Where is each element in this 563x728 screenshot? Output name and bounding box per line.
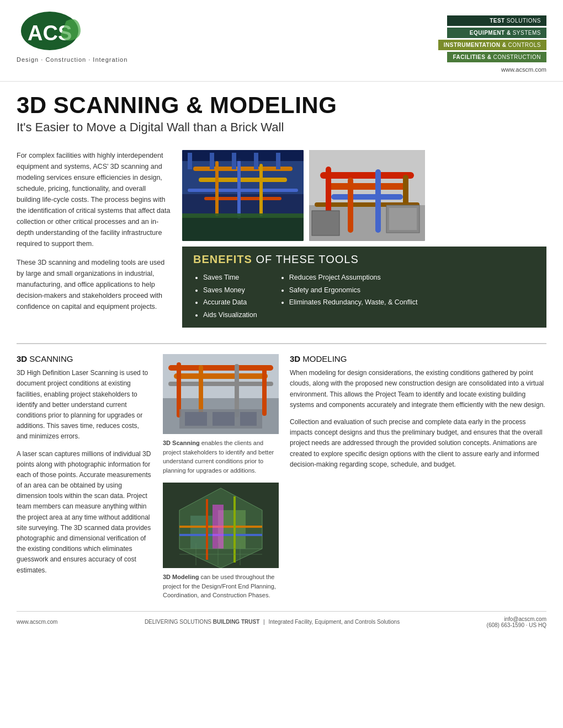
benefits-suffix: OF THESE TOOLS [256,253,358,265]
section-divider [17,343,546,344]
images-row [182,150,546,241]
intro-column: For complex facilities with highly inter… [17,150,171,328]
svg-rect-37 [174,373,268,379]
benefit-3: Accurate Data [203,296,257,309]
svg-rect-15 [210,153,214,169]
svg-rect-24 [331,194,403,200]
modeling-heading-bold: 3D [290,354,300,363]
footer-phone: (608) 663-1590 · US HQ [487,622,546,628]
nav-facilities[interactable]: FACILITIES & CONSTRUCTION [447,52,546,62]
nav-instrumentation[interactable]: INSTRUMENTATION & CONTROLS [438,40,546,50]
svg-rect-28 [375,169,381,233]
benefit-4: Aids Visualization [203,309,257,322]
svg-rect-42 [262,366,267,416]
svg-rect-10 [259,164,263,216]
logo-tagline: Design · Construction · Integration [17,56,128,63]
svg-rect-22 [320,172,414,179]
nav-area: TEST SOLUTIONS EQUIPMENT & SYSTEMS INSTR… [438,15,546,73]
model-caption-bold: 3D Modeling [163,574,199,580]
modeling-column: 3D MODELING When modeling for design con… [290,354,546,600]
header-website: www.acscm.com [501,66,546,73]
footer-email: info@acscm.com [487,616,546,622]
footer-delivering: DELIVERING SOLUTIONS [145,619,213,625]
page-header: ACS Design · Construction · Integration … [0,0,563,78]
page-title: 3D SCANNING & MODELING [17,93,546,118]
scanning-column: 3D SCANNING 3D High Definition Laser Sca… [17,354,152,600]
scanning-heading-light: SCANNING [27,354,73,363]
nav-test-light: SOLUTIONS [507,18,541,24]
benefit-7: Eliminates Redundancy, Waste, & Conflict [289,296,418,309]
nav-test-solutions[interactable]: TEST SOLUTIONS [447,15,546,26]
scanning-paragraph-1: 3D High Definition Laser Scanning is use… [17,368,152,442]
scanning-paragraph-2: A laser scan captures millions of indivi… [17,449,152,576]
right-column: BENEFITS OF THESE TOOLS Saves Time Saves… [182,150,546,328]
3d-model-image [182,150,304,241]
nav-test-bold: TEST [490,18,505,24]
footer-website: www.acscm.com [17,619,57,625]
footer-center: DELIVERING SOLUTIONS BUILDING TRUST | In… [145,619,400,625]
svg-rect-12 [182,213,304,218]
svg-rect-16 [232,153,236,169]
middle-images-column: 3D Scanning enables the clients and proj… [163,354,279,600]
benefit-1: Saves Time [203,271,257,284]
svg-rect-56 [213,505,224,549]
scan-caption-bold: 3D Scanning [163,440,200,446]
svg-rect-14 [188,153,192,169]
svg-rect-32 [312,211,339,235]
svg-rect-50 [190,516,213,549]
scan-caption: 3D Scanning enables the clients and proj… [163,438,279,475]
benefit-6: Safety and Ergonomics [289,284,418,297]
benefit-2: Saves Money [203,284,257,297]
modeling-heading: 3D MODELING [290,354,546,363]
acs-logo: ACS [17,10,105,54]
model-image [163,483,279,568]
footer-pipe: | [263,619,265,625]
nav-equipment-bold: EQUIPMENT & [470,30,511,36]
svg-rect-8 [215,161,219,216]
footer-integrated: Integrated Facility, Equipment, and Cont… [268,619,400,625]
benefits-title: BENEFITS OF THESE TOOLS [193,253,535,266]
nav-inst-bold: INSTRUMENTATION & [444,42,507,48]
svg-rect-5 [199,178,287,182]
svg-rect-11 [182,216,304,241]
scanning-heading-bold: 3D [17,354,27,363]
footer-contact: info@acscm.com (608) 663-1590 · US HQ [487,616,546,628]
svg-rect-45 [213,412,235,426]
benefits-list-1: Saves Time Saves Money Accurate Data Aid… [193,271,257,321]
facility-image [309,150,425,241]
nav-equipment-systems[interactable]: EQUIPMENT & SYSTEMS [447,28,546,38]
nav-facilities-light: CONSTRUCTION [493,54,541,60]
svg-rect-17 [254,153,258,169]
logo-area: ACS Design · Construction · Integration [17,10,128,63]
hero-section: 3D SCANNING & MODELING It's Easier to Mo… [0,81,563,140]
nav-equipment-light: SYSTEMS [513,30,541,36]
intro-paragraph-2: These 3D scanning and modeling tools are… [17,257,171,312]
model-caption: 3D Modeling can be used throughout the p… [163,572,279,600]
nav-facilities-bold: FACILITIES & [453,54,492,60]
svg-rect-38 [168,382,273,386]
svg-rect-46 [240,412,257,426]
svg-rect-18 [276,153,280,169]
svg-rect-13 [182,150,304,161]
svg-rect-23 [326,183,408,190]
benefit-5: Reduces Project Assumptions [289,271,418,284]
benefits-list-2: Reduces Project Assumptions Safety and E… [279,271,418,321]
benefits-section: BENEFITS OF THESE TOOLS Saves Time Saves… [182,247,546,328]
svg-rect-9 [237,158,241,219]
page-subtitle: It's Easier to Move a Digital Wall than … [17,120,546,135]
modeling-heading-light: MODELING [300,354,347,363]
intro-paragraph-1: For complex facilities with highly inter… [17,150,171,249]
modeling-paragraph-2: Collection and evaluation of such precis… [290,417,546,470]
main-content: For complex facilities with highly inter… [0,140,563,333]
svg-rect-6 [188,189,298,192]
benefits-bold: BENEFITS [193,253,252,265]
svg-rect-31 [389,208,417,230]
footer-trust: BUILDING TRUST [213,619,259,625]
svg-rect-36 [168,365,273,371]
modeling-paragraph-1: When modeling for design considerations,… [290,368,546,410]
svg-rect-27 [348,178,353,233]
nav-inst-light: CONTROLS [508,42,541,48]
lower-section: 3D SCANNING 3D High Definition Laser Sca… [0,354,563,600]
scanning-heading: 3D SCANNING [17,354,152,363]
benefits-lists: Saves Time Saves Money Accurate Data Aid… [193,271,535,321]
